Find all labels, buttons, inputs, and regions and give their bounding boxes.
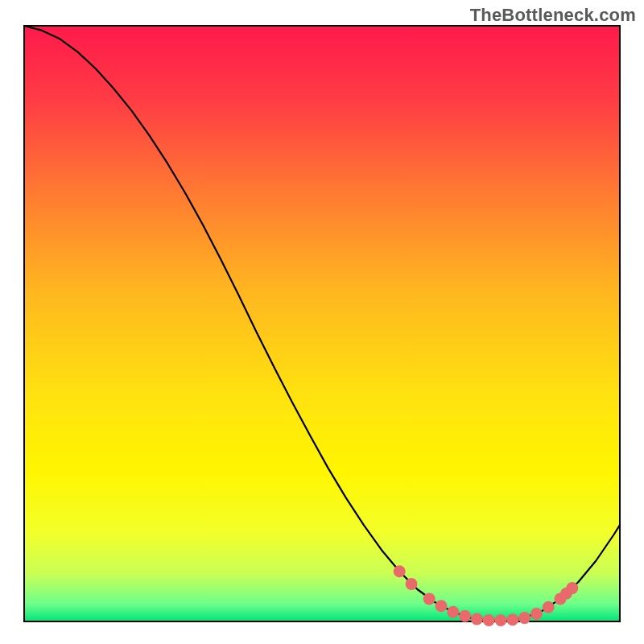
curve-marker	[543, 601, 555, 613]
curve-marker	[471, 613, 483, 625]
curve-marker	[423, 592, 436, 605]
bottleneck-chart	[0, 0, 644, 644]
curve-marker	[406, 578, 418, 590]
watermark-label: TheBottleneck.com	[470, 5, 636, 26]
curve-marker	[530, 608, 543, 620]
curve-marker	[436, 600, 448, 612]
gradient-area	[24, 26, 620, 621]
curve-marker	[495, 614, 507, 626]
curve-marker	[518, 612, 530, 624]
curve-marker	[483, 614, 495, 626]
curve-marker	[459, 610, 471, 622]
chart-frame: TheBottleneck.com	[0, 0, 644, 644]
curve-marker	[506, 613, 518, 625]
curve-marker	[566, 582, 578, 594]
curve-marker	[394, 565, 406, 577]
curve-marker	[447, 606, 459, 618]
